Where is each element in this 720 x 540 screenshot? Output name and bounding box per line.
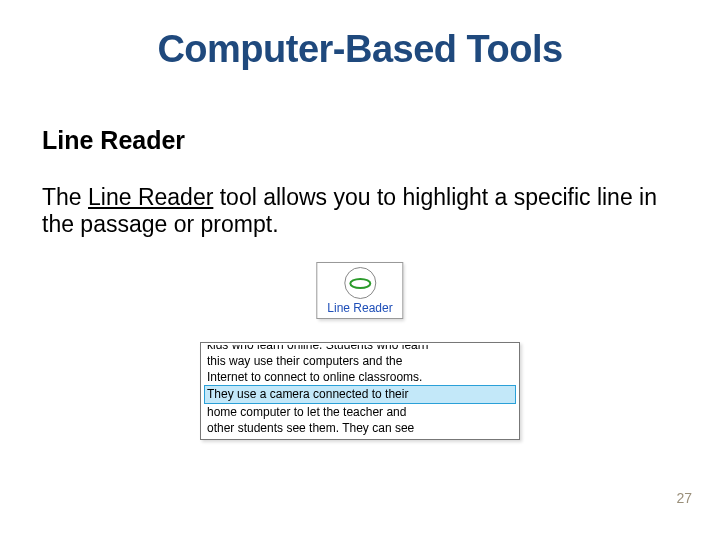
passage-line: this way use their computers and the xyxy=(207,353,513,369)
line-reader-icon xyxy=(344,267,376,299)
passage-sample: kids who learn online. Students who lear… xyxy=(200,342,520,440)
passage-line-highlighted: They use a camera connected to their xyxy=(205,386,515,402)
page-number: 27 xyxy=(676,490,692,506)
oval-icon xyxy=(349,278,371,289)
section-heading: Line Reader xyxy=(42,126,185,155)
passage-line: home computer to let the teacher and xyxy=(207,404,513,420)
body-prefix: The xyxy=(42,184,88,210)
page-title: Computer-Based Tools xyxy=(0,28,720,71)
slide: Computer-Based Tools Line Reader The Lin… xyxy=(0,0,720,540)
passage-line: Internet to connect to online classrooms… xyxy=(207,369,513,385)
passage-cut-line: kids who learn online. Students who lear… xyxy=(207,345,513,353)
line-reader-tool-button[interactable]: Line Reader xyxy=(316,262,403,319)
body-underlined-term: Line Reader xyxy=(88,184,213,210)
tool-button-label: Line Reader xyxy=(327,301,392,315)
passage-line: other students see them. They can see xyxy=(207,420,513,436)
passage-text: kids who learn online. Students who lear… xyxy=(201,343,519,439)
body-text: The Line Reader tool allows you to highl… xyxy=(42,184,672,238)
